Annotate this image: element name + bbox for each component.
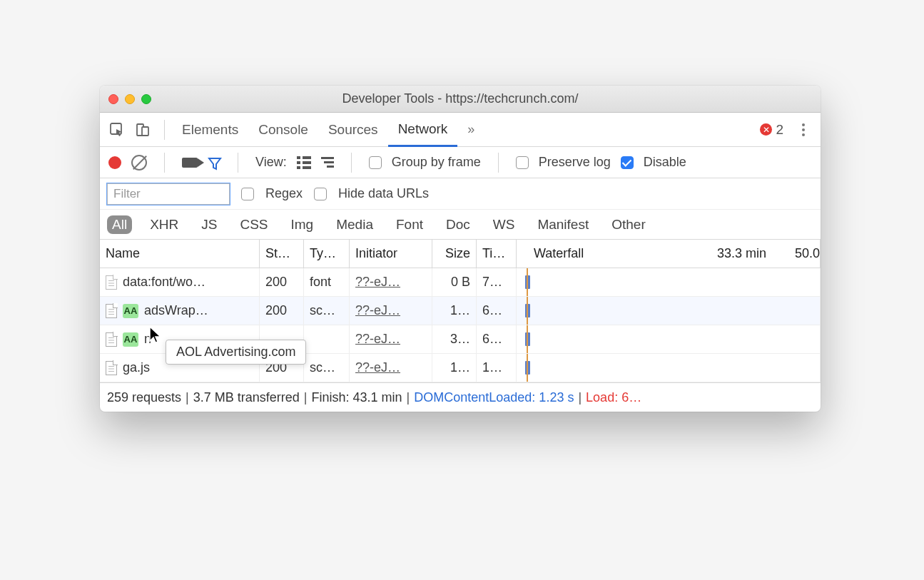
waterfall-view-icon[interactable]	[321, 157, 334, 168]
cell-status: 200	[260, 297, 304, 325]
type-filter-css[interactable]: CSS	[235, 215, 273, 234]
record-button[interactable]	[108, 156, 121, 169]
inspect-element-icon[interactable]	[106, 118, 128, 141]
cell-type: font	[304, 268, 350, 296]
view-label: View:	[255, 155, 287, 170]
error-count: 2	[776, 122, 783, 138]
filter-bar: Regex Hide data URLs	[100, 178, 821, 210]
transferred-size: 3.7 MB transferred	[193, 390, 300, 405]
cell-size: 3…	[432, 325, 477, 353]
type-filter-all[interactable]: All	[107, 215, 132, 234]
tracker-badge: AA	[123, 332, 138, 347]
tab-console[interactable]: Console	[248, 113, 318, 146]
cell-type	[304, 325, 350, 353]
regex-label: Regex	[265, 186, 303, 201]
disable-cache-checkbox[interactable]	[621, 156, 634, 169]
devtools-window: Developer Tools - https://techcrunch.com…	[100, 86, 821, 412]
device-toolbar-icon[interactable]	[131, 118, 154, 141]
col-type[interactable]: Ty…	[304, 240, 350, 268]
cell-size: 0 B	[432, 268, 477, 296]
group-by-frame-checkbox[interactable]	[369, 156, 382, 169]
request-name: adsWrap…	[144, 303, 208, 318]
cell-waterfall	[517, 268, 821, 296]
more-tabs-button[interactable]: »	[467, 122, 474, 137]
window-minimize-button[interactable]	[125, 94, 135, 104]
type-filter-ws[interactable]: WS	[488, 215, 520, 234]
tab-elements[interactable]: Elements	[172, 113, 248, 146]
group-by-frame-label: Group by frame	[392, 155, 481, 170]
cell-type: sc…	[304, 354, 350, 382]
filter-input[interactable]	[107, 183, 230, 205]
divider	[164, 120, 165, 140]
request-name: ga.js	[123, 360, 150, 375]
error-count-badge[interactable]: ✕ 2	[760, 122, 783, 138]
tracker-badge: AA	[123, 304, 138, 318]
clear-button[interactable]	[131, 155, 147, 171]
table-row[interactable]: AA adsWrap… 200 sc… ??-eJ… 1… 6…	[100, 297, 821, 325]
divider	[498, 153, 499, 173]
initiator-link[interactable]: ??-eJ…	[355, 303, 400, 318]
screenshot-icon[interactable]	[182, 158, 198, 168]
traffic-lights	[108, 94, 151, 104]
table-row[interactable]: data:font/wo… 200 font ??-eJ… 0 B 7…	[100, 268, 821, 297]
file-icon	[106, 275, 117, 290]
hide-data-urls-checkbox[interactable]	[314, 188, 327, 200]
cell-size: 1…	[432, 297, 477, 325]
request-name: n	[144, 332, 151, 347]
tab-sources[interactable]: Sources	[318, 113, 388, 146]
type-filter-manifest[interactable]: Manifest	[532, 215, 594, 234]
type-filter-img[interactable]: Img	[286, 215, 319, 234]
window-close-button[interactable]	[108, 94, 118, 104]
hide-data-urls-label: Hide data URLs	[338, 186, 429, 201]
cell-waterfall	[517, 297, 821, 325]
cell-waterfall	[517, 325, 821, 353]
large-rows-icon[interactable]	[297, 156, 311, 169]
network-toolbar: View: Group by frame Preserve log Disabl…	[100, 147, 821, 178]
col-name[interactable]: Name	[100, 240, 260, 268]
initiator-link[interactable]: ??-eJ…	[355, 360, 400, 375]
type-filter-media[interactable]: Media	[331, 215, 378, 234]
col-waterfall[interactable]: Waterfall 33.3 min 50.0	[517, 240, 821, 268]
finish-time: Finish: 43.1 min	[312, 390, 402, 405]
filter-icon[interactable]	[208, 156, 220, 169]
type-filter-font[interactable]: Font	[391, 215, 428, 234]
requests-count: 259 requests	[107, 390, 181, 405]
cell-type: sc…	[304, 297, 350, 325]
initiator-link[interactable]: ??-eJ…	[355, 332, 400, 347]
tooltip: AOL Advertising.com	[166, 340, 306, 365]
cell-status: 200	[260, 268, 304, 296]
settings-menu-button[interactable]	[795, 123, 812, 136]
divider	[351, 153, 352, 173]
initiator-link[interactable]: ??-eJ…	[355, 275, 400, 290]
col-status[interactable]: St…	[260, 240, 304, 268]
cell-time: 6…	[477, 325, 517, 353]
cell-time: 7…	[477, 268, 517, 296]
file-icon	[106, 332, 117, 347]
status-bar: 259 requests | 3.7 MB transferred | Fini…	[100, 383, 821, 412]
type-filter-doc[interactable]: Doc	[441, 215, 475, 234]
col-size[interactable]: Size	[432, 240, 477, 268]
preserve-log-checkbox[interactable]	[516, 156, 529, 169]
file-icon	[106, 361, 117, 375]
domcontentloaded-time: DOMContentLoaded: 1.23 s	[414, 390, 574, 405]
window-zoom-button[interactable]	[141, 94, 151, 104]
file-icon	[106, 304, 117, 318]
preserve-log-label: Preserve log	[539, 155, 611, 170]
type-filter-other[interactable]: Other	[606, 215, 651, 234]
regex-checkbox[interactable]	[241, 188, 254, 200]
cell-time: 6…	[477, 297, 517, 325]
type-filter-js[interactable]: JS	[196, 215, 222, 234]
col-time[interactable]: Ti…	[477, 240, 517, 268]
type-filter-xhr[interactable]: XHR	[145, 215, 183, 234]
svg-rect-2	[142, 127, 148, 136]
tab-network[interactable]: Network	[388, 113, 458, 147]
disable-cache-label: Disable	[644, 155, 686, 170]
col-initiator[interactable]: Initiator	[350, 240, 432, 268]
cell-waterfall	[517, 354, 821, 382]
divider	[164, 153, 165, 173]
panel-tabs: Elements Console Sources Network » ✕ 2	[100, 113, 821, 147]
table-header: Name St… Ty… Initiator Size Ti… Waterfal…	[100, 240, 821, 268]
titlebar: Developer Tools - https://techcrunch.com…	[100, 86, 821, 113]
error-icon: ✕	[760, 123, 772, 136]
cell-time: 1…	[477, 354, 517, 382]
